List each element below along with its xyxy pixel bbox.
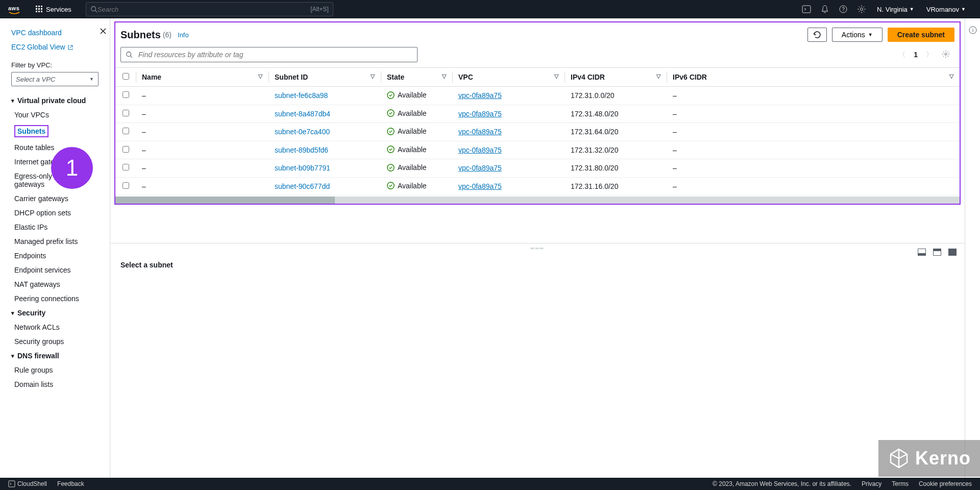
account-menu[interactable]: VRomanov▼ — [920, 6, 972, 13]
vpc-link[interactable]: vpc-0fa89a75 — [458, 91, 502, 100]
table-row[interactable]: – subnet-0e7ca400 Available vpc-0fa89a75… — [115, 123, 960, 141]
table-row[interactable]: – subnet-b09b7791 Available vpc-0fa89a75… — [115, 159, 960, 178]
sidebar-item-dhcp[interactable]: DHCP option sets — [0, 206, 110, 220]
subnet-id-link[interactable]: subnet-fe6c8a98 — [275, 91, 328, 100]
filter-icon[interactable]: ▽ — [949, 73, 953, 80]
sidebar-item-rule-groups[interactable]: Rule groups — [0, 363, 110, 377]
vpc-link[interactable]: vpc-0fa89a75 — [458, 164, 502, 172]
vpc-filter-select[interactable]: Select a VPC▼ — [11, 72, 99, 86]
sidebar-item-route-tables[interactable]: Route tables — [0, 140, 110, 155]
sidebar-item-security-groups[interactable]: Security groups — [0, 334, 110, 349]
vpc-link[interactable]: vpc-0fa89a75 — [458, 182, 502, 190]
subnet-id-link[interactable]: subnet-0e7ca400 — [275, 128, 330, 136]
info-rail-icon[interactable]: i — [968, 26, 977, 36]
section-vpc[interactable]: Virtual private cloud — [0, 93, 110, 108]
horizontal-scrollbar[interactable] — [115, 197, 960, 204]
actions-button[interactable]: Actions▼ — [832, 28, 883, 42]
svg-point-15 — [861, 8, 863, 11]
sidebar-item-prefix-lists[interactable]: Managed prefix lists — [0, 234, 110, 249]
svg-rect-12 — [802, 6, 811, 13]
filter-icon[interactable]: ▽ — [258, 73, 262, 80]
filter-icon[interactable]: ▽ — [554, 73, 558, 80]
global-search[interactable]: [Alt+S] — [86, 2, 333, 16]
external-link-icon — [67, 44, 74, 51]
feedback-link[interactable]: Feedback — [57, 480, 84, 487]
filter-icon[interactable]: ▽ — [371, 73, 375, 80]
sidebar-item-elastic-ips[interactable]: Elastic IPs — [0, 220, 110, 234]
row-checkbox[interactable] — [122, 110, 129, 116]
page-number: 1 — [914, 51, 918, 59]
layout-bottom-icon[interactable] — [918, 249, 926, 256]
info-link[interactable]: Info — [178, 31, 189, 39]
sidebar-item-carrier-gateways[interactable]: Carrier gateways — [0, 191, 110, 206]
row-checkbox[interactable] — [122, 91, 129, 98]
sidebar-close-icon[interactable] — [100, 28, 107, 36]
col-ipv4[interactable]: IPv4 CIDR — [571, 73, 605, 81]
region-selector[interactable]: N. Virginia▼ — [871, 6, 920, 13]
prev-page-button[interactable]: 〈 — [898, 50, 905, 59]
filter-icon[interactable]: ▽ — [656, 73, 660, 80]
privacy-link[interactable]: Privacy — [862, 480, 881, 487]
copyright: © 2023, Amazon Web Services, Inc. or its… — [713, 480, 851, 487]
row-checkbox[interactable] — [122, 146, 129, 153]
sidebar-item-domain-lists[interactable]: Domain lists — [0, 377, 110, 391]
layout-full-icon[interactable] — [948, 249, 957, 256]
aws-logo[interactable]: aws — [8, 3, 20, 15]
terms-link[interactable]: Terms — [892, 480, 909, 487]
subnet-id-link[interactable]: subnet-b09b7791 — [275, 164, 330, 172]
subnet-id-link[interactable]: subnet-89bd5fd6 — [275, 146, 328, 154]
table-settings-button[interactable] — [941, 50, 950, 60]
help-icon[interactable]: ? — [834, 5, 852, 14]
ec2-global-view-link[interactable]: EC2 Global View — [11, 40, 99, 54]
refresh-button[interactable] — [807, 28, 827, 42]
sidebar-item-endpoint-services[interactable]: Endpoint services — [0, 263, 110, 277]
sidebar-item-subnets[interactable]: Subnets — [0, 122, 110, 140]
row-checkbox[interactable] — [122, 182, 129, 189]
vpc-link[interactable]: vpc-0fa89a75 — [458, 146, 502, 154]
cloudshell-icon[interactable] — [797, 5, 816, 14]
row-checkbox[interactable] — [122, 164, 129, 170]
col-subnet-id[interactable]: Subnet ID — [275, 73, 308, 81]
col-vpc[interactable]: VPC — [458, 73, 473, 81]
table-row[interactable]: – subnet-fe6c8a98 Available vpc-0fa89a75… — [115, 87, 960, 105]
next-page-button[interactable]: 〉 — [926, 50, 933, 59]
search-input[interactable] — [97, 6, 310, 13]
subnet-id-link[interactable]: subnet-8a487db4 — [275, 110, 330, 118]
vpc-link[interactable]: vpc-0fa89a75 — [458, 128, 502, 136]
col-state[interactable]: State — [387, 73, 404, 81]
resize-handle[interactable]: ═══ — [530, 246, 544, 251]
table-row[interactable]: – subnet-90c677dd Available vpc-0fa89a75… — [115, 177, 960, 195]
sidebar-item-network-acls[interactable]: Network ACLs — [0, 320, 110, 334]
layout-top-icon[interactable] — [933, 249, 941, 256]
settings-icon[interactable] — [852, 5, 871, 14]
subnet-id-link[interactable]: subnet-90c677dd — [275, 182, 330, 190]
table-row[interactable]: – subnet-89bd5fd6 Available vpc-0fa89a75… — [115, 141, 960, 159]
col-name[interactable]: Name — [142, 73, 161, 81]
svg-text:aws: aws — [8, 5, 19, 11]
check-circle-icon — [387, 128, 395, 135]
table-row[interactable]: – subnet-8a487db4 Available vpc-0fa89a75… — [115, 105, 960, 123]
vpc-dashboard-link[interactable]: VPC dashboard — [11, 26, 99, 40]
sidebar-item-peering[interactable]: Peering connections — [0, 291, 110, 306]
resource-filter-input[interactable] — [120, 47, 418, 62]
col-ipv6[interactable]: IPv6 CIDR — [673, 73, 707, 81]
details-empty-message: Select a subnet — [120, 249, 954, 269]
sidebar-item-endpoints[interactable]: Endpoints — [0, 249, 110, 263]
create-subnet-button[interactable]: Create subnet — [888, 28, 954, 42]
terminal-icon — [8, 480, 15, 487]
sidebar-item-nat-gateways[interactable]: NAT gateways — [0, 277, 110, 291]
section-security[interactable]: Security — [0, 306, 110, 320]
select-all-checkbox[interactable] — [122, 73, 129, 80]
row-checkbox[interactable] — [122, 128, 129, 134]
svg-rect-2 — [38, 6, 40, 7]
filter-icon[interactable]: ▽ — [442, 73, 446, 80]
cloudshell-link[interactable]: CloudShell — [8, 480, 47, 488]
kerno-logo-icon — [888, 447, 910, 470]
services-menu[interactable]: Services — [29, 6, 79, 13]
sidebar-item-your-vpcs[interactable]: Your VPCs — [0, 108, 110, 122]
cookie-prefs-link[interactable]: Cookie preferences — [919, 480, 972, 487]
section-dns-firewall[interactable]: DNS firewall — [0, 349, 110, 363]
vpc-link[interactable]: vpc-0fa89a75 — [458, 110, 502, 118]
annotation-badge-1: 1 — [51, 147, 93, 189]
notifications-icon[interactable] — [816, 5, 834, 14]
